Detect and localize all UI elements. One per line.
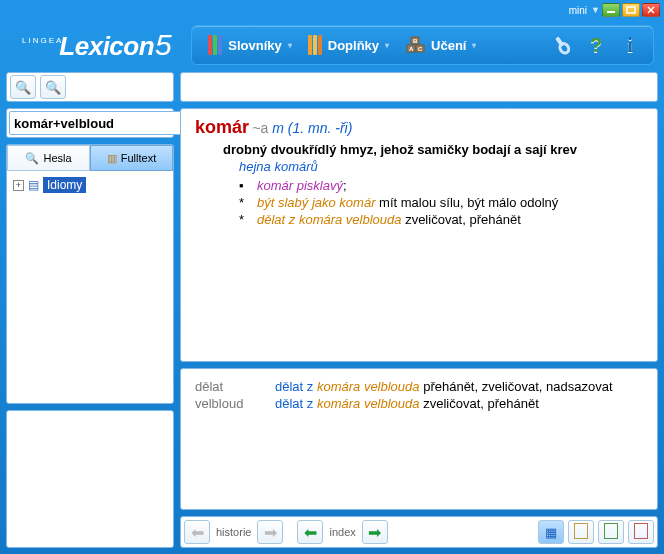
settings-icon[interactable] — [551, 34, 573, 56]
history-label: historie — [214, 526, 253, 538]
related-row: dělatdělat z komára velblouda přehánět, … — [195, 379, 643, 394]
arrow-right-icon: ➡ — [264, 523, 277, 542]
app-logo: LINGEA Lexicon5 — [10, 28, 171, 62]
search-panel: ✔ — [6, 108, 174, 138]
page-green-icon — [604, 523, 618, 542]
tree-item-idiomy[interactable]: + ▤ Idiomy — [13, 177, 167, 193]
arrow-left-green-icon: ⬅ — [304, 523, 317, 542]
svg-rect-0 — [607, 11, 615, 13]
index-back-button[interactable]: ⬅ — [297, 520, 323, 544]
minimize-button[interactable] — [602, 3, 620, 17]
page-outline-icon — [574, 523, 588, 542]
magnifier-small-icon: 🔍 — [25, 152, 39, 165]
zoom-tool-button[interactable]: 🔍 — [40, 75, 66, 99]
search-tool-button[interactable]: 🔍 — [10, 75, 36, 99]
menu-dictionaries[interactable]: Slovníky▾ — [200, 35, 299, 55]
magnifier-plus-icon: 🔍 — [45, 80, 61, 95]
arrow-right-green-icon: ➡ — [368, 523, 381, 542]
tab-fulltext[interactable]: ▥Fulltext — [90, 145, 173, 171]
grammar-info: ~a m (1. mn. -ři) — [252, 120, 352, 136]
menu-learning[interactable]: BAC Učení▾ — [397, 35, 484, 55]
blocks-icon: BAC — [405, 35, 425, 55]
books-icon — [208, 35, 222, 55]
history-forward-button[interactable]: ➡ — [257, 520, 283, 544]
view-mode-2-button[interactable] — [568, 520, 594, 544]
svg-text:C: C — [418, 46, 423, 52]
mini-label: mini — [569, 5, 587, 16]
view-mode-3-button[interactable] — [598, 520, 624, 544]
left-toolstrip: 🔍 🔍 — [6, 72, 174, 102]
page-icon: ▤ — [28, 178, 39, 192]
view-mode-4-button[interactable] — [628, 520, 654, 544]
help-icon[interactable]: ? — [585, 34, 607, 56]
maximize-button[interactable] — [622, 3, 640, 17]
mini-dropdown-icon[interactable]: ▼ — [591, 5, 600, 15]
example: hejna komárů — [239, 159, 643, 174]
definition: drobný dvoukřídlý hmyz, jehož samičky bo… — [223, 142, 643, 157]
svg-text:A: A — [409, 46, 414, 52]
menu-addons[interactable]: Doplňky▾ — [300, 35, 397, 55]
svg-point-11 — [558, 42, 570, 55]
related-row: velblouddělat z komára velblouda zveličo… — [195, 396, 643, 411]
svg-text:B: B — [413, 38, 418, 44]
related-panel: dělatdělat z komára velblouda přehánět, … — [180, 368, 658, 510]
cross-reference[interactable]: komár pisklavý — [257, 178, 343, 193]
tree-item-label: Idiomy — [43, 177, 86, 193]
entry-line: *dělat z komára velblouda zveličovat, př… — [239, 212, 643, 227]
view-mode-1-button[interactable]: ▦ — [538, 520, 564, 544]
index-label: index — [327, 526, 357, 538]
close-button[interactable] — [642, 3, 660, 17]
info-icon[interactable]: i — [619, 34, 641, 56]
entry-panel: komár ~a m (1. mn. -ři) drobný dvoukřídl… — [180, 108, 658, 362]
books-orange-icon — [308, 35, 322, 55]
search-input[interactable] — [9, 111, 187, 135]
arrow-left-icon: ⬅ — [191, 523, 204, 542]
bottom-navbar: ⬅ historie ➡ ⬅ index ➡ ▦ — [180, 516, 658, 548]
expand-icon[interactable]: + — [13, 180, 24, 191]
entry-line: ▪komár pisklavý; — [239, 178, 643, 193]
page-red-icon — [634, 523, 648, 542]
results-tree: + ▤ Idiomy — [7, 171, 173, 403]
tab-hesla[interactable]: 🔍Hesla — [7, 145, 90, 171]
fulltext-icon: ▥ — [107, 152, 117, 165]
main-menubar: Slovníky▾ Doplňky▾ BAC Učení▾ ? i — [191, 25, 654, 65]
index-forward-button[interactable]: ➡ — [362, 520, 388, 544]
magnifier-icon: 🔍 — [15, 80, 31, 95]
layout-icon: ▦ — [545, 525, 557, 540]
headword: komár — [195, 117, 249, 137]
history-back-button[interactable]: ⬅ — [184, 520, 210, 544]
right-toolstrip — [180, 72, 658, 102]
left-bottom-panel — [6, 410, 174, 548]
svg-rect-1 — [627, 7, 635, 13]
entry-line: *být slabý jako komár mít malou sílu, bý… — [239, 195, 643, 210]
